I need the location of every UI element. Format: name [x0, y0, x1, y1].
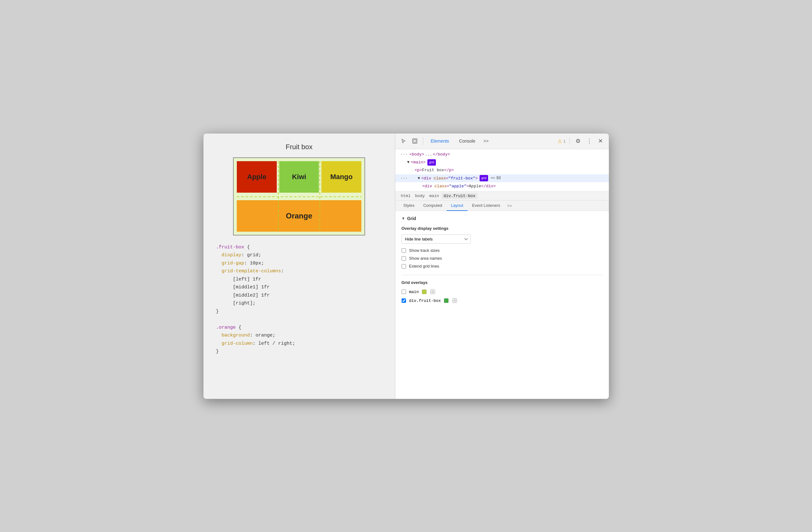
extend-grid-lines-checkbox[interactable]	[402, 264, 406, 268]
svg-rect-0	[412, 139, 417, 143]
settings-icon[interactable]: ⚙	[574, 137, 582, 145]
mango-cell: Mango	[321, 161, 361, 193]
more-options-icon[interactable]: ⋮	[585, 137, 594, 145]
dollar-badge: $0	[496, 175, 501, 182]
grid-overlays-section: Grid overlays main	[402, 280, 603, 304]
breadcrumb: html body main div.fruit-box	[395, 192, 609, 200]
fruit-box-color-swatch[interactable]	[444, 298, 448, 303]
cursor-icon[interactable]	[399, 137, 408, 145]
layout-content: ▼ Grid Overlay display settings Hide lin…	[395, 211, 609, 398]
warning-icon: ⚠	[557, 138, 562, 144]
tab-event-listeners[interactable]: Event Listeners	[468, 200, 505, 211]
toolbar-separator-2	[569, 137, 570, 145]
apple-cell: Apple	[237, 161, 277, 193]
devtools-toolbar: Elements Console >> ⚠ 1 ⚙ ⋮ ✕	[395, 134, 609, 149]
grid-overlays-title: Grid overlays	[402, 280, 603, 285]
dom-line-body[interactable]: ··· <body> ... </body>	[395, 151, 609, 158]
browser-window: Fruit box Apple Kiwi Mango Orange .fruit…	[203, 133, 609, 399]
dom-ellipsis: ···	[400, 175, 408, 182]
show-track-sizes-row: Show track sizes	[402, 248, 603, 253]
tab-styles[interactable]: Styles	[399, 200, 419, 211]
show-track-sizes-label: Show track sizes	[409, 248, 440, 253]
code-block: .fruit-box { display: grid; grid-gap: 10…	[216, 243, 382, 356]
main-overlay-checkbox[interactable]	[402, 290, 406, 294]
breadcrumb-main[interactable]: main	[427, 193, 441, 199]
grid-badge-fruit-box: grid	[480, 175, 488, 181]
warning-count: 1	[563, 139, 565, 143]
devtools-panel: Elements Console >> ⚠ 1 ⚙ ⋮ ✕ ··· <body>…	[395, 134, 609, 399]
line-labels-dropdown[interactable]: Hide line labels Show line numbers Show …	[402, 235, 471, 244]
toolbar-separator	[423, 137, 423, 145]
dropdown-row: Hide line labels Show line numbers Show …	[402, 235, 603, 244]
extend-grid-lines-row: Extend grid lines	[402, 264, 603, 268]
overlay-settings: Overlay display settings Hide line label…	[402, 226, 603, 268]
orange-cell: Orange	[237, 200, 361, 232]
tabs-bar: Styles Computed Layout Event Listeners >…	[395, 200, 609, 211]
section-divider	[402, 275, 603, 275]
dom-div-tag: <div class="fruit-box">	[421, 175, 478, 182]
dom-tag: <body>	[409, 151, 424, 158]
dom-line-main[interactable]: ▼ <main> grid	[395, 158, 609, 166]
dom-line-p[interactable]: <p>Fruit box</p>	[395, 166, 609, 174]
dom-p-tag: <p>Fruit box</p>	[415, 167, 454, 174]
extend-grid-lines-label: Extend grid lines	[409, 264, 439, 268]
show-area-names-label: Show area names	[409, 256, 442, 261]
tab-layout[interactable]: Layout	[447, 200, 468, 211]
section-triangle: ▼	[402, 216, 405, 221]
grid-section-title: Grid	[407, 216, 416, 221]
dom-line-apple[interactable]: <div class="apple">Apple</div>	[395, 182, 609, 190]
dom-close-tag: </body>	[433, 151, 450, 158]
dom-line-fruit-box[interactable]: ··· ▼ <div class="fruit-box"> grid == $0	[395, 174, 609, 182]
svg-rect-1	[414, 140, 416, 142]
tab-computed[interactable]: Computed	[419, 200, 447, 211]
overlay-row-fruit-box: div.fruit-box	[402, 297, 603, 304]
tab-elements[interactable]: Elements	[427, 137, 453, 145]
kiwi-cell: Kiwi	[279, 161, 319, 193]
breadcrumb-html[interactable]: html	[399, 193, 412, 199]
tab-console[interactable]: Console	[455, 137, 479, 145]
tabs-more[interactable]: >>	[505, 201, 514, 211]
toolbar-warning: ⚠ 1	[557, 138, 565, 144]
main-overlay-label: main	[409, 290, 419, 294]
breadcrumb-fruit-box[interactable]: div.fruit-box	[441, 193, 477, 199]
overlay-row-main: main	[402, 289, 603, 295]
eq-badge: ==	[491, 175, 495, 182]
dom-tree: ··· <body> ... </body> ▼ <main> grid <p>…	[395, 149, 609, 192]
svg-rect-7	[452, 298, 457, 303]
left-panel: Fruit box Apple Kiwi Mango Orange .fruit…	[203, 134, 395, 399]
dom-apple-tag: <div class="apple">Apple</div>	[422, 183, 496, 190]
fruit-grid: Apple Kiwi Mango Orange	[237, 161, 361, 232]
toolbar-more[interactable]: >>	[481, 137, 490, 145]
show-area-names-checkbox[interactable]	[402, 256, 406, 261]
dom-main-tag: <main>	[411, 159, 425, 166]
inspect-icon[interactable]	[410, 137, 419, 145]
breadcrumb-body[interactable]: body	[413, 193, 427, 199]
page-title: Fruit box	[286, 143, 313, 151]
close-icon[interactable]: ✕	[596, 137, 605, 145]
fruit-box-grid-icon[interactable]	[452, 297, 458, 304]
svg-rect-2	[431, 290, 435, 294]
show-area-names-row: Show area names	[402, 256, 603, 261]
fruit-box-visual: Apple Kiwi Mango Orange	[233, 157, 365, 236]
fruit-box-overlay-label: div.fruit-box	[409, 298, 441, 303]
overlay-settings-title: Overlay display settings	[402, 226, 603, 231]
grid-badge-main: grid	[427, 159, 436, 166]
show-track-sizes-checkbox[interactable]	[402, 248, 406, 253]
grid-section-header[interactable]: ▼ Grid	[402, 216, 603, 221]
main-grid-icon[interactable]	[430, 289, 436, 295]
main-color-swatch[interactable]	[422, 290, 426, 294]
fruit-box-overlay-checkbox[interactable]	[402, 298, 406, 303]
